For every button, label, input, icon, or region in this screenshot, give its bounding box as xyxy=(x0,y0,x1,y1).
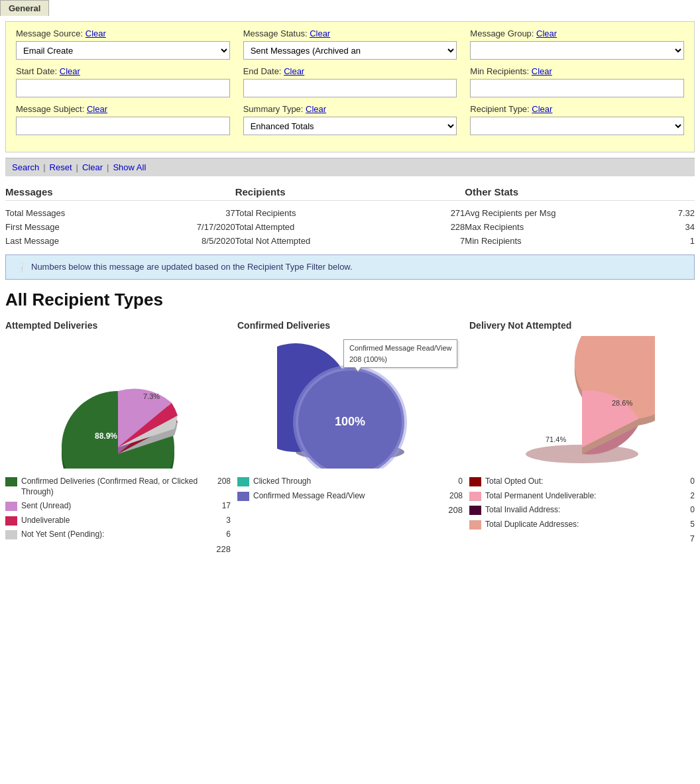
tooltip-label: Confirmed Message Read/View xyxy=(349,343,451,354)
start-date-label: Start Date: Clear xyxy=(16,66,230,76)
other-stats-col: Other Stats Avg Recipients per Msg 7.32 … xyxy=(465,186,695,248)
sep3: | xyxy=(107,162,109,172)
min-recipients-label: Min Recipients: Clear xyxy=(470,66,684,76)
message-status-select[interactable]: Sent Messages (Archived an Draft xyxy=(243,41,457,60)
show-all-link[interactable]: Show All xyxy=(113,162,146,172)
total-not-attempted-row: Total Not Attempted 7 xyxy=(235,234,465,248)
end-date-input[interactable]: 8/10/2020 xyxy=(243,79,457,97)
confirmed-total: 208 xyxy=(237,505,463,515)
legend-color-undeliverable xyxy=(5,516,17,526)
legend-color-pending xyxy=(5,530,17,539)
message-status-clear[interactable]: Clear xyxy=(310,28,330,38)
total-messages-row: Total Messages 37 xyxy=(5,206,235,220)
not-attempted-chart-block: Delivery Not Attempted 28.6% 71.4% xyxy=(469,320,695,554)
message-subject-input[interactable] xyxy=(16,117,230,135)
recipient-type-label: Recipient Type: Clear xyxy=(470,104,684,114)
legend-confirmed-deliveries: Confirmed Deliveries (Confirmed Read, or… xyxy=(5,476,231,497)
confirmed-chart-title: Confirmed Deliveries xyxy=(237,320,463,331)
clear-link[interactable]: Clear xyxy=(82,162,103,172)
confirmed-tooltip: Confirmed Message Read/View 208 (100%) xyxy=(343,339,457,368)
recipient-type-select[interactable]: All Primary xyxy=(470,117,684,135)
min-recipients-input[interactable] xyxy=(470,79,684,97)
legend-not-yet-sent: Not Yet Sent (Pending): 6 xyxy=(5,530,231,540)
confirmed-pie: Confirmed Message Read/View 208 (100%) 1… xyxy=(277,336,423,469)
end-date-group: End Date: Clear 8/10/2020 xyxy=(243,66,457,97)
attempted-total: 228 xyxy=(5,544,231,554)
legend-confirmed-read: Confirmed Message Read/View 208 xyxy=(237,491,463,502)
last-message-row: Last Message 8/5/2020 xyxy=(5,234,235,248)
other-stats-header: Other Stats xyxy=(465,186,695,201)
legend-color-confirmed xyxy=(5,477,17,486)
message-subject-label: Message Subject: Clear xyxy=(16,104,230,114)
messages-col: Messages Total Messages 37 First Message… xyxy=(5,186,235,248)
legend-duplicate-addresses: Total Duplicate Addresses: 5 xyxy=(469,520,695,530)
recipient-type-clear[interactable]: Clear xyxy=(532,104,552,114)
legend-color-clicked xyxy=(237,477,249,486)
min-recipients-row: Min Recipients 1 xyxy=(465,234,695,248)
filter-tab[interactable]: General xyxy=(0,0,49,16)
message-subject-clear[interactable]: Clear xyxy=(87,104,107,114)
attempted-legend: Confirmed Deliveries (Confirmed Read, or… xyxy=(5,476,231,554)
message-source-group: Message Source: Clear Email Create Email… xyxy=(16,28,230,60)
summary-type-label: Summary Type: Clear xyxy=(243,104,457,114)
section-title: All Recipient Types xyxy=(5,290,695,310)
sep2: | xyxy=(76,162,78,172)
legend-color-invalid xyxy=(469,506,481,515)
end-date-clear[interactable]: Clear xyxy=(284,66,304,76)
message-group-label: Message Group: Clear xyxy=(470,28,684,38)
message-group-select[interactable] xyxy=(470,41,684,60)
legend-clicked-through: Clicked Through 0 xyxy=(237,476,463,487)
legend-permanent-undeliverable: Total Permanent Undeliverable: 2 xyxy=(469,491,695,502)
start-date-group: Start Date: Clear 7/10/2020 xyxy=(16,66,230,97)
message-group-group: Message Group: Clear xyxy=(470,28,684,60)
start-date-input[interactable]: 7/10/2020 xyxy=(16,79,230,97)
attempted-chart-block: Attempted Deliveries xyxy=(5,320,231,554)
avg-recipients-row: Avg Recipients per Msg 7.32 xyxy=(465,206,695,220)
message-subject-group: Message Subject: Clear xyxy=(16,104,230,135)
legend-color-opted xyxy=(469,477,481,486)
tooltip-value: 208 (100%) xyxy=(349,354,451,365)
search-link[interactable]: Search xyxy=(12,162,39,172)
not-attempted-chart-title: Delivery Not Attempted xyxy=(469,320,695,331)
reset-link[interactable]: Reset xyxy=(50,162,72,172)
not-attempted-legend: Total Opted Out: 0 Total Permanent Undel… xyxy=(469,476,695,543)
svg-text:28.6%: 28.6% xyxy=(612,399,632,407)
message-source-clear[interactable]: Clear xyxy=(86,28,106,38)
legend-undeliverable: Undeliverable 3 xyxy=(5,516,231,526)
legend-invalid-address: Total Invalid Address: 0 xyxy=(469,505,695,516)
svg-text:7.3%: 7.3% xyxy=(143,392,160,400)
attempted-pie: 88.9% 7.3% xyxy=(45,336,191,469)
max-recipients-row: Max Recipients 34 xyxy=(465,220,695,234)
message-status-label: Message Status: Clear xyxy=(243,28,457,38)
first-message-row: First Message 7/17/2020 xyxy=(5,220,235,234)
message-status-group: Message Status: Clear Sent Messages (Arc… xyxy=(243,28,457,60)
legend-color-read xyxy=(237,492,249,501)
sep1: | xyxy=(43,162,45,172)
message-source-select[interactable]: Email Create Email Template xyxy=(16,41,230,60)
min-recipients-clear[interactable]: Clear xyxy=(532,66,552,76)
summary-type-clear[interactable]: Clear xyxy=(306,104,326,114)
svg-text:100%: 100% xyxy=(335,415,365,428)
end-date-label: End Date: Clear xyxy=(243,66,457,76)
charts-row: Attempted Deliveries xyxy=(5,320,695,554)
summary-type-select[interactable]: Enhanced Totals Basic Totals Detailed xyxy=(243,117,457,135)
info-text: Numbers below this message are updated b… xyxy=(31,262,353,272)
messages-header: Messages xyxy=(5,186,235,201)
start-date-clear[interactable]: Clear xyxy=(60,66,80,76)
not-attempted-pie: 28.6% 71.4% xyxy=(509,336,655,469)
legend-color-duplicate xyxy=(469,520,481,530)
total-attempted-row: Total Attempted 228 xyxy=(235,220,465,234)
svg-text:88.9%: 88.9% xyxy=(95,431,117,441)
recipient-type-group: Recipient Type: Clear All Primary xyxy=(470,104,684,135)
svg-text:71.4%: 71.4% xyxy=(546,435,566,443)
legend-color-sent xyxy=(5,502,17,511)
info-icon: ❕ xyxy=(16,262,27,272)
message-source-label: Message Source: Clear xyxy=(16,28,230,38)
recipients-header: Recipients xyxy=(235,186,465,201)
attempted-chart-title: Attempted Deliveries xyxy=(5,320,231,331)
not-attempted-total: 7 xyxy=(469,533,695,543)
confirmed-legend: Clicked Through 0 Confirmed Message Read… xyxy=(237,476,463,515)
message-group-clear[interactable]: Clear xyxy=(536,28,557,38)
total-recipients-row: Total Recipients 271 xyxy=(235,206,465,220)
filter-panel: Message Source: Clear Email Create Email… xyxy=(5,21,695,152)
